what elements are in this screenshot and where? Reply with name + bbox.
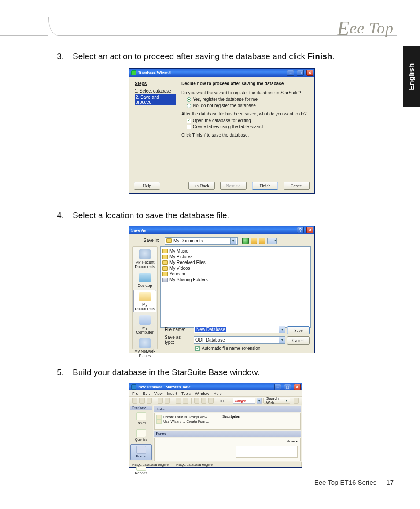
checkbox-icon: ✓ bbox=[195, 346, 200, 351]
starsuite-base-window: New Database - StarSuite Base – □ × File… bbox=[129, 383, 302, 468]
close-button[interactable]: × bbox=[306, 70, 313, 76]
auto-extension-checkbox[interactable]: ✓ Automatic file name extension bbox=[195, 346, 260, 351]
folder-item[interactable]: My Videos bbox=[162, 266, 309, 271]
win3-titlebar[interactable]: New Database - StarSuite Base – □ × bbox=[129, 383, 302, 390]
toolbar-separator bbox=[155, 398, 155, 404]
file-list[interactable]: My Music My Pictures My Received Files M… bbox=[160, 246, 311, 328]
filename-input[interactable]: New Database ▾ bbox=[194, 326, 285, 333]
queries-icon bbox=[136, 429, 146, 437]
menu-tools[interactable]: Tools bbox=[181, 391, 191, 396]
chevron-down-icon: ▾ bbox=[296, 439, 298, 443]
dlg1-title: Database Wizard bbox=[138, 71, 171, 75]
search-web-button[interactable]: Search Web▾ bbox=[263, 398, 290, 404]
wizard-step-2-selected[interactable]: 2. Save and proceed bbox=[135, 94, 176, 105]
task-create-form-wizard[interactable]: Use Wizard to Create Form... bbox=[156, 419, 210, 424]
menu-file[interactable]: File bbox=[132, 391, 139, 396]
search-dropdown[interactable]: ▾ bbox=[257, 398, 262, 404]
maximize-button[interactable]: □ bbox=[284, 384, 291, 390]
minimize-button[interactable]: – bbox=[274, 384, 281, 390]
step-3-text: Select an action to proceed after saving… bbox=[73, 52, 335, 61]
tasks-header: Tasks bbox=[154, 406, 301, 412]
menu-window[interactable]: Window bbox=[195, 391, 209, 396]
folder-item[interactable]: My Sharing Folders bbox=[162, 277, 309, 282]
wizard-steps-pane: Steps 1. Select database 2. Save and pro… bbox=[135, 81, 176, 178]
toolbar-separator bbox=[191, 398, 192, 404]
help-button[interactable]: ? bbox=[297, 227, 304, 233]
help-button[interactable]: Help bbox=[134, 182, 160, 190]
folder-icon bbox=[162, 260, 168, 265]
places-bar: My Recent Documents Desktop My Documents… bbox=[132, 246, 158, 349]
help-icon[interactable] bbox=[208, 398, 214, 404]
menu-edit[interactable]: Edit bbox=[143, 391, 150, 396]
save-button[interactable]: Save bbox=[287, 326, 310, 334]
menu-help[interactable]: Help bbox=[214, 391, 222, 396]
checkbox-open-for-editing[interactable]: ✓ Open the database for editing bbox=[187, 118, 309, 123]
wizard-step-1[interactable]: 1. Select database bbox=[135, 89, 176, 93]
folder-item[interactable]: My Music bbox=[162, 249, 309, 253]
radio-icon bbox=[187, 104, 191, 108]
checkbox-create-tables[interactable]: Create tables using the table wizard bbox=[187, 124, 309, 129]
finish-button[interactable]: Finish bbox=[252, 182, 278, 190]
search-input[interactable]: Google bbox=[233, 398, 255, 404]
report-icon[interactable] bbox=[201, 398, 206, 404]
task-create-form-design[interactable]: Create Form in Design View... bbox=[156, 415, 210, 419]
place-my-documents[interactable]: My Documents bbox=[133, 290, 156, 312]
place-desktop[interactable]: Desktop bbox=[133, 271, 156, 289]
save-type-combo[interactable]: ODF Database ▾ bbox=[194, 336, 285, 344]
folder-icon bbox=[162, 266, 168, 271]
my-network-places-icon bbox=[139, 338, 151, 348]
save-icon[interactable] bbox=[147, 398, 152, 404]
back-button[interactable]: << Back bbox=[188, 182, 215, 190]
form-icon[interactable] bbox=[194, 398, 199, 404]
minimize-button[interactable]: – bbox=[287, 70, 294, 76]
forms-panel: None▾ bbox=[154, 438, 301, 461]
maximize-button[interactable]: □ bbox=[297, 70, 304, 76]
preview-box bbox=[236, 446, 298, 458]
menu-insert[interactable]: Insert bbox=[167, 391, 177, 396]
checkbox-icon bbox=[187, 125, 191, 129]
form-design-icon bbox=[156, 415, 162, 419]
folder-item[interactable]: My Pictures bbox=[162, 254, 309, 259]
option-register-no[interactable]: No, do not register the database bbox=[187, 103, 309, 108]
status-cell-1: HSQL database engine bbox=[129, 462, 173, 467]
close-button[interactable]: × bbox=[306, 227, 313, 233]
close-button[interactable]: × bbox=[294, 384, 301, 390]
menu-bar: File Edit View Insert Tools Window Help bbox=[129, 390, 302, 397]
status-bar: HSQL database engine HSQL database engin… bbox=[129, 462, 302, 467]
my-computer-icon bbox=[139, 315, 151, 325]
database-wizard-dialog: Database Wizard – □ × Steps 1. Select da… bbox=[129, 68, 315, 194]
search-options-icon[interactable] bbox=[294, 398, 299, 404]
cancel-button[interactable]: Cancel bbox=[284, 182, 310, 190]
language-tab: English bbox=[403, 46, 420, 107]
copy-icon[interactable] bbox=[158, 398, 163, 404]
dlg2-titlebar[interactable]: Save As ? × bbox=[129, 226, 314, 234]
folder-item[interactable]: Youcam bbox=[162, 271, 309, 276]
filename-value: New Database bbox=[195, 327, 226, 332]
finish-hint: Click 'Finish' to save the database. bbox=[181, 133, 309, 137]
sort-desc-icon[interactable] bbox=[183, 398, 188, 404]
new-doc-icon[interactable] bbox=[132, 398, 137, 404]
chevron-down-icon: ▾ bbox=[279, 337, 285, 343]
tables-icon bbox=[136, 412, 146, 420]
step-5-text: Build your database in the StarSuite Bas… bbox=[73, 368, 260, 377]
nav-queries[interactable]: Queries bbox=[130, 427, 152, 443]
nav-tables[interactable]: Tables bbox=[130, 411, 152, 427]
menu-view[interactable]: View bbox=[154, 391, 162, 396]
place-recent-documents[interactable]: My Recent Documents bbox=[133, 248, 156, 270]
step-3-number: 3. bbox=[56, 52, 64, 61]
place-my-computer[interactable]: My Computer bbox=[133, 313, 156, 336]
place-my-network[interactable]: My Network Places bbox=[133, 337, 156, 359]
forms-icon bbox=[136, 446, 146, 454]
option-register-yes[interactable]: Yes, register the database for me bbox=[187, 97, 309, 102]
step-4: 4. Select a location to save the databas… bbox=[56, 211, 229, 220]
cancel-button[interactable]: Cancel bbox=[287, 336, 310, 345]
footer-text: Eee Top ET16 Series bbox=[314, 479, 376, 486]
preview-none-dropdown[interactable]: None▾ bbox=[287, 439, 298, 443]
sort-asc-icon[interactable] bbox=[176, 398, 181, 404]
paste-icon[interactable] bbox=[165, 398, 170, 404]
radio-icon bbox=[187, 97, 191, 102]
dlg1-titlebar[interactable]: Database Wizard – □ × bbox=[129, 69, 314, 77]
nav-forms-selected[interactable]: Forms bbox=[130, 444, 152, 460]
folder-item[interactable]: My Received Files bbox=[162, 260, 309, 265]
open-icon[interactable] bbox=[139, 398, 144, 404]
